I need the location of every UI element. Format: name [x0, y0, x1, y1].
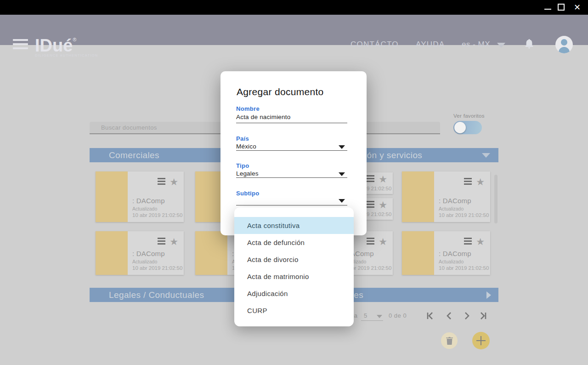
favorite-star-icon[interactable]: ★: [379, 175, 387, 183]
subtype-dropdown-menu: Acta constitutiva Acta de defunción Acta…: [234, 207, 354, 326]
notifications-bell-icon[interactable]: [525, 39, 533, 49]
document-card[interactable]: ★ : DAComp Actualizado 10 abr 2019 21:02…: [402, 231, 490, 275]
type-field-value[interactable]: Legales: [236, 170, 259, 177]
document-thumbnail: [96, 231, 128, 275]
window-maximize-icon[interactable]: [558, 4, 565, 11]
pagination-range: 0 de 0: [389, 312, 407, 319]
card-menu-icon[interactable]: [464, 238, 472, 246]
section-title: Comerciales: [109, 150, 159, 160]
next-page-button[interactable]: [462, 311, 471, 320]
rows-per-page-chevron-icon[interactable]: [377, 315, 382, 318]
app-logo: IDué® DILIGENCE AUTHENTICATION: [35, 30, 98, 57]
card-updated-time: 10 abr 2019 21:02:50: [439, 265, 488, 271]
card-name: : DAComp: [132, 197, 182, 205]
document-card[interactable]: ★ : DAComp Actualizado 10 abr 2019 21:02…: [96, 231, 184, 275]
card-updated-time: 10 abr 2019 21:02:50: [439, 212, 488, 218]
first-page-button[interactable]: [425, 311, 435, 320]
card-status: Actualizado: [132, 259, 182, 264]
favorite-star-icon[interactable]: ★: [379, 201, 387, 209]
card-name: : DAComp: [132, 250, 182, 257]
country-field-label: País: [236, 135, 249, 142]
logo-title: IDué®: [35, 30, 98, 55]
previous-page-button[interactable]: [445, 311, 454, 320]
favorite-star-icon[interactable]: ★: [379, 238, 387, 246]
section-scrollbar[interactable]: [494, 175, 498, 223]
last-page-button[interactable]: [479, 311, 488, 320]
dropdown-option-curp[interactable]: CURP: [234, 302, 354, 319]
country-field-underline: [236, 150, 347, 151]
menu-hamburger-icon[interactable]: [13, 39, 28, 51]
document-thumbnail: [96, 171, 128, 222]
trash-icon: [446, 337, 453, 345]
card-status: Actualizado: [439, 206, 488, 211]
name-field-value[interactable]: Acta de nacimiento: [236, 114, 290, 120]
name-field-label: Nombre: [236, 105, 260, 112]
modal-title: Agregar documento: [237, 86, 324, 97]
country-field-value[interactable]: México: [236, 143, 256, 150]
card-menu-icon[interactable]: [367, 201, 374, 209]
expand-chevron-right-icon[interactable]: [486, 291, 491, 299]
app-header: IDué® DILIGENCE AUTHENTICATION CONTÁCTO …: [0, 15, 588, 45]
document-card[interactable]: ★ : DAComp Actualizado 10 abr 2019 21:02…: [96, 171, 184, 222]
collapse-chevron-down-icon[interactable]: [482, 153, 490, 158]
window-titlebar: ✕: [0, 0, 588, 15]
dropdown-option-acta-constitutiva[interactable]: Acta constitutiva: [234, 217, 354, 234]
document-card[interactable]: ★ : DAComp Actualizado 10 abr 2019 21:02…: [402, 171, 490, 222]
dropdown-option-acta-de-matrimonio[interactable]: Acta de matrimonio: [234, 268, 354, 285]
language-value: es - MX: [462, 40, 490, 49]
logo-subtitle: DILIGENCE AUTHENTICATION: [35, 53, 98, 57]
rows-per-page-underline: [361, 320, 383, 321]
user-avatar[interactable]: [555, 36, 573, 53]
card-menu-icon[interactable]: [367, 175, 374, 183]
card-status: Actualizado: [439, 259, 488, 264]
card-menu-icon[interactable]: [464, 178, 472, 186]
avatar-person-icon: [561, 39, 567, 46]
subtype-field-underline: [236, 205, 347, 205]
dropdown-option-adjudicacion[interactable]: Adjudicación: [234, 285, 354, 302]
toggle-knob: [454, 122, 466, 133]
card-updated-time: 10 abr 2019 21:02:50: [132, 212, 182, 218]
card-menu-icon[interactable]: [158, 178, 165, 186]
chevron-down-icon: [497, 43, 505, 48]
section-title: Legales / Conductuales: [109, 290, 204, 300]
card-status: Actualizado: [132, 206, 182, 211]
subtype-chevron-icon[interactable]: [339, 199, 345, 203]
card-updated-time: 10 abr 2019 21:02:50: [132, 265, 182, 271]
card-menu-icon[interactable]: [158, 238, 165, 246]
favorite-star-icon[interactable]: ★: [476, 238, 485, 246]
favorite-star-icon[interactable]: ★: [170, 178, 178, 186]
favorite-star-icon[interactable]: ★: [476, 178, 485, 186]
subtype-field-label: Subtipo: [236, 190, 259, 197]
card-name: : DAComp: [439, 250, 488, 257]
dropdown-option-acta-de-defuncion[interactable]: Acta de defunción: [234, 234, 354, 251]
name-field-underline: [236, 123, 347, 123]
delete-button[interactable]: [441, 332, 458, 349]
dropdown-option-acta-de-divorcio[interactable]: Acta de divorcio: [234, 251, 354, 268]
favorite-star-icon[interactable]: ★: [170, 238, 178, 246]
window-close-icon[interactable]: ✕: [574, 2, 581, 13]
type-field-label: Tipo: [236, 162, 249, 169]
nav-help-link[interactable]: AYUDA: [416, 40, 445, 49]
nav-contact-link[interactable]: CONTÁCTO: [351, 40, 399, 49]
plus-icon: [476, 336, 486, 345]
registered-mark: ®: [73, 37, 76, 42]
type-field-underline: [236, 177, 347, 178]
document-thumbnail: [402, 231, 434, 275]
type-chevron-icon[interactable]: [339, 172, 345, 176]
add-document-button[interactable]: [472, 332, 490, 349]
app-root: ✕ IDué® DILIGENCE AUTHENTICATION CONTÁCT…: [0, 0, 588, 365]
window-minimize-icon[interactable]: [544, 9, 551, 10]
document-thumbnail: [195, 231, 227, 275]
country-chevron-icon[interactable]: [339, 145, 345, 149]
favorites-toggle-label: Ver favoritos: [453, 113, 485, 119]
card-menu-icon[interactable]: [367, 238, 374, 246]
language-selector[interactable]: es - MX: [462, 40, 505, 49]
rows-per-page-select[interactable]: 5: [364, 312, 367, 319]
favorites-toggle[interactable]: [453, 121, 482, 134]
document-thumbnail: [402, 171, 434, 222]
card-name: : DAComp: [439, 197, 488, 205]
